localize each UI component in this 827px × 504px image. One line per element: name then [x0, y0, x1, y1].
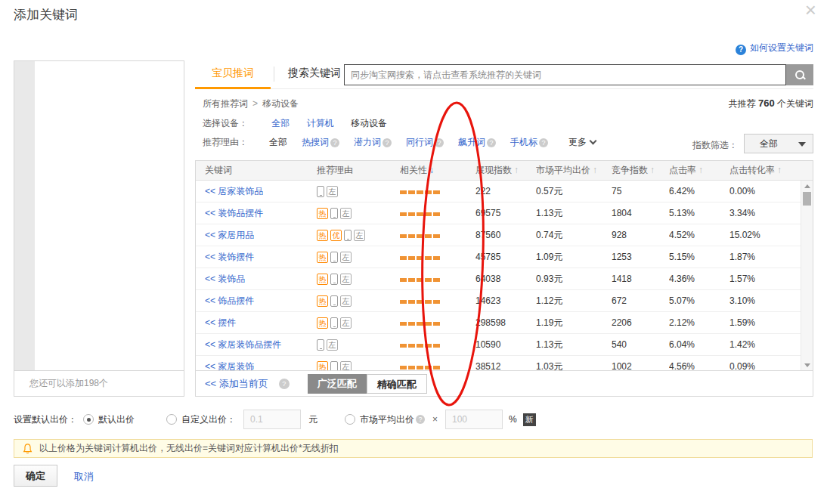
badge-hot: 热 [317, 295, 328, 307]
reason-badges-cell: 热左 [317, 317, 400, 329]
column-header-label: 相关性 [400, 165, 427, 175]
keyword-link[interactable]: << 摆件 [205, 317, 236, 328]
relevance-bar-icon [408, 190, 415, 194]
help-circle-icon[interactable]: ? [330, 138, 339, 147]
column-header[interactable]: 点击率↑ [669, 164, 729, 177]
keyword-search-input[interactable] [344, 64, 786, 85]
search-icon [794, 70, 806, 81]
index-filter-value: 全部 [760, 138, 778, 149]
badge-left: 左 [340, 295, 352, 307]
reason-badges-cell: 左 [317, 339, 400, 351]
badge-left: 左 [354, 230, 365, 241]
device-option-computer[interactable]: 计算机 [307, 118, 334, 128]
relevance-bar-icon [417, 234, 423, 238]
radio-custom-bid[interactable] [166, 414, 177, 425]
index-filter-dropdown[interactable]: 全部 [744, 134, 813, 153]
keyword-link[interactable]: << 饰品摆件 [205, 295, 254, 306]
competition-cell: 540 [612, 339, 669, 350]
competition-cell: 672 [612, 295, 669, 306]
exact-match-button[interactable]: 精确匹配 [367, 374, 427, 394]
keyword-link[interactable]: << 家居装饰 [205, 361, 254, 372]
device-filter-row: 选择设备： 全部 计算机 移动设备 [203, 117, 401, 130]
help-circle-icon[interactable]: ? [487, 138, 496, 147]
relevance-bars [400, 230, 475, 240]
reason-filter-label: 推荐理由： [203, 136, 269, 149]
search-button[interactable] [786, 64, 813, 85]
avg-bid-cell: 0.74元 [536, 229, 612, 242]
table-scrollbar[interactable] [801, 181, 813, 371]
total-keywords-count: 共推荐 760 个关键词 [729, 97, 813, 110]
mobile-device-icon [330, 274, 338, 285]
keyword-link[interactable]: << 装饰品摆件 [205, 208, 263, 218]
help-link[interactable]: ?如何设置关键词 [736, 42, 813, 55]
keyword-cell: << 装饰摆件 [196, 251, 317, 264]
selected-keywords-area[interactable] [14, 61, 184, 370]
radio-market-avg-bid[interactable] [345, 414, 355, 425]
market-percent-input[interactable] [445, 410, 503, 429]
add-current-page-link[interactable]: << 添加当前页 [205, 377, 268, 391]
custom-bid-unit: 元 [308, 413, 317, 426]
column-header[interactable]: 点击转化率↑ [729, 164, 813, 177]
column-header[interactable]: 相关性↓ [400, 164, 475, 177]
help-circle-icon[interactable]: ? [416, 415, 425, 424]
scrollbar-thumb[interactable] [803, 192, 811, 206]
broad-match-button[interactable]: 广泛匹配 [308, 374, 367, 394]
relevance-bar-icon [417, 344, 423, 348]
cancel-link[interactable]: 取消 [74, 470, 94, 484]
column-header[interactable]: 展现指数↑ [475, 164, 536, 177]
device-option-all[interactable]: 全部 [271, 118, 290, 128]
reason-option[interactable]: 全部 [269, 137, 287, 147]
sort-asc-icon: ↑ [777, 165, 782, 175]
keyword-link[interactable]: << 装饰摆件 [205, 252, 254, 262]
reason-option[interactable]: 飙升词? [458, 137, 496, 147]
reason-badges-cell: 热左 [317, 252, 400, 263]
tab-separator [274, 66, 274, 82]
scroll-down-icon[interactable] [804, 363, 810, 367]
keyword-link[interactable]: << 居家装饰品 [205, 186, 263, 196]
device-option-mobile[interactable]: 移动设备 [351, 118, 387, 128]
reason-badges-cell: 热左 [317, 361, 400, 372]
relevance-bar-icon [417, 256, 423, 260]
custom-bid-input[interactable] [243, 410, 301, 429]
badge-hot: 热 [317, 361, 328, 372]
ctr-cell: 5.13% [669, 208, 729, 218]
relevance-bar-icon [433, 322, 440, 326]
breadcrumb-separator: > [252, 98, 258, 109]
mobile-device-icon [344, 230, 352, 241]
competition-cell: 1804 [612, 208, 669, 218]
table-row: << 饰品摆件热左146231.12元6725.07%3.10% [196, 290, 813, 312]
keyword-link[interactable]: << 家居用品 [205, 230, 254, 240]
help-circle-icon[interactable]: ? [539, 138, 548, 147]
reason-option[interactable]: 手机标? [510, 137, 548, 147]
ctr-cell: 6.04% [669, 339, 729, 350]
more-filters[interactable]: 更多 [568, 137, 596, 147]
relevance-bar-icon [408, 322, 415, 326]
breadcrumb-root[interactable]: 所有推荐词 [203, 98, 248, 109]
total-count-number: 760 [758, 97, 775, 109]
relevance-bars [400, 208, 475, 218]
badge-left: 左 [327, 339, 338, 351]
ctr-cell: 2.12% [669, 317, 729, 328]
keyword-link[interactable]: << 装饰品 [205, 274, 245, 284]
tab-product-recommend[interactable]: 宝贝推词 [195, 66, 271, 80]
mobile-device-icon [330, 361, 338, 372]
help-circle-icon[interactable]: ? [383, 138, 392, 147]
scroll-up-icon[interactable] [804, 184, 810, 188]
column-header[interactable]: 竞争指数↑ [612, 164, 669, 177]
help-circle-icon[interactable]: ? [279, 379, 290, 389]
ctr-cell: 5.07% [669, 295, 729, 306]
confirm-button[interactable]: 确定 [14, 465, 57, 487]
column-header[interactable]: 市场平均出价↑ [536, 164, 612, 177]
tab-search-keywords[interactable]: 搜索关键词 [278, 66, 351, 80]
radio-default-bid[interactable] [83, 414, 94, 425]
help-circle-icon[interactable]: ? [435, 138, 444, 147]
keyword-link[interactable]: << 家居装饰品摆件 [205, 339, 281, 350]
relevance-bar-icon [400, 300, 407, 304]
reason-option[interactable]: 热搜词? [302, 137, 339, 147]
ctr-cell: 4.52% [669, 230, 729, 240]
relevance-bar-icon [417, 278, 423, 282]
reason-option[interactable]: 同行词? [406, 137, 444, 147]
competition-cell: 1418 [612, 274, 669, 284]
close-icon[interactable]: × [805, 0, 816, 20]
reason-option[interactable]: 潜力词? [354, 137, 392, 147]
